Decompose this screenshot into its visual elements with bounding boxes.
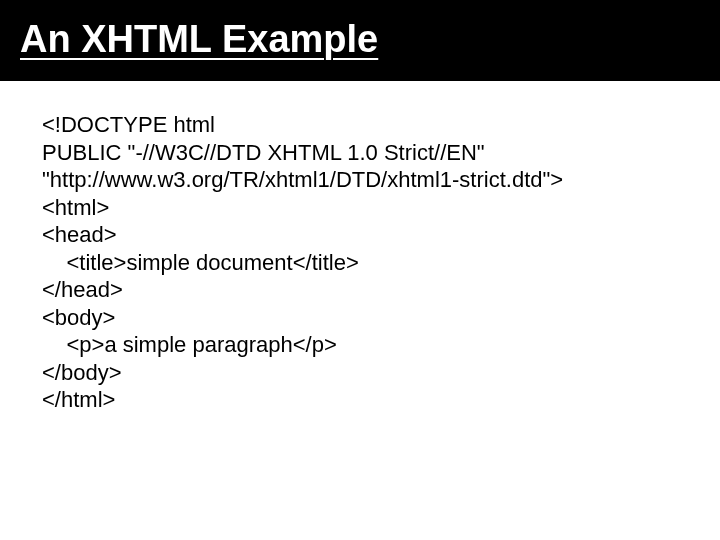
code-line: </head> [42,276,678,304]
code-line: <head> [42,221,678,249]
slide-content: <!DOCTYPE html PUBLIC "-//W3C//DTD XHTML… [0,81,720,444]
code-line: <!DOCTYPE html [42,111,678,139]
code-line: "http://www.w3.org/TR/xhtml1/DTD/xhtml1-… [42,166,678,194]
code-line: <html> [42,194,678,222]
code-line: <title>simple document</title> [42,249,678,277]
code-line: <body> [42,304,678,332]
code-line: <p>a simple paragraph</p> [42,331,678,359]
code-line: PUBLIC "-//W3C//DTD XHTML 1.0 Strict//EN… [42,139,678,167]
code-line: </html> [42,386,678,414]
slide-header: An XHTML Example [0,0,720,81]
slide-title: An XHTML Example [20,18,700,61]
code-line: </body> [42,359,678,387]
